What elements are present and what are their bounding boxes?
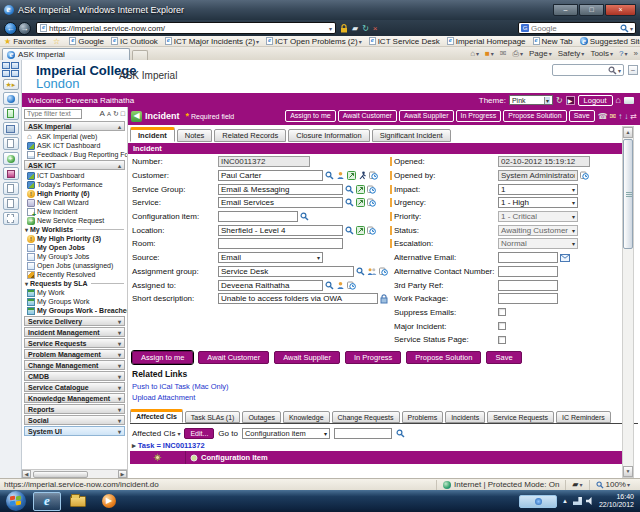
volume-icon[interactable] (586, 497, 594, 505)
mail-icon[interactable] (560, 254, 570, 262)
nav-section-service-catalogue[interactable]: Service Catalogue▾ (24, 382, 125, 392)
layout-grid-icon[interactable] (11, 70, 19, 77)
font-smaller-icon[interactable]: A (107, 111, 111, 117)
scroll-right-icon[interactable]: ▶ (118, 470, 127, 478)
forward-button[interactable]: → (18, 22, 31, 35)
nav-item-open-jobs-unassigned[interactable]: Open Jobs (unassigned) (22, 261, 127, 270)
nav-section-social[interactable]: Social▾ (24, 415, 125, 425)
email-icon[interactable]: ✉ (610, 112, 617, 121)
history-clock-icon[interactable] (367, 185, 376, 194)
layout-single-icon[interactable] (2, 62, 10, 69)
tab-ic-reminders[interactable]: IC Reminders (556, 411, 611, 423)
compatibility-view-icon[interactable]: ▰ (352, 24, 358, 33)
back-button[interactable]: ← (4, 22, 17, 35)
taskbar-ie-button[interactable]: e (33, 492, 61, 511)
stop-icon[interactable]: × (373, 24, 378, 33)
assign-to-me-button[interactable]: Assign to me (285, 110, 335, 122)
scroll-down-icon[interactable]: ▼ (623, 466, 633, 477)
nav-item-my-high-priority[interactable]: !My High Priority (3) (22, 234, 127, 243)
arrow-up-icon[interactable]: ↑ (618, 112, 622, 121)
impact-select[interactable]: 1▾ (498, 184, 578, 195)
safety-menu[interactable]: Safety▾ (558, 49, 585, 58)
minimize-button[interactable]: – (553, 4, 578, 16)
task-breadcrumb-link[interactable]: ▸Task = INC0011372 (132, 441, 205, 450)
favorite-imperial-homepage[interactable]: Imperial Homepage (447, 37, 526, 46)
expand-record-icon[interactable] (356, 198, 365, 207)
lookup-icon[interactable] (325, 171, 334, 180)
location-input[interactable] (218, 225, 343, 236)
person-icon[interactable] (336, 171, 345, 180)
url-input[interactable] (49, 23, 328, 33)
tab-closure-information[interactable]: Closure Information (288, 129, 369, 142)
nav-item-my-work[interactable]: My Work (22, 288, 127, 297)
third-party-ref-input[interactable] (498, 280, 558, 291)
goto-search-input[interactable] (334, 428, 392, 439)
tab-notes[interactable]: Notes (177, 129, 213, 142)
taskbar-media-player-button[interactable]: ▶ (95, 492, 123, 511)
search-box[interactable]: G ▾ (518, 22, 636, 34)
start-button[interactable] (6, 491, 26, 511)
maximize-button[interactable]: □ (579, 4, 604, 16)
tab-related-records[interactable]: Related Records (214, 129, 286, 142)
help-menu[interactable]: ?▾ (619, 49, 627, 58)
nav-section-change-management[interactable]: Change Management▾ (24, 360, 125, 370)
theme-select[interactable]: Pink▾ (509, 95, 553, 105)
add-favorite-button[interactable]: ☆ (53, 37, 62, 46)
alternative-contact-number-input[interactable] (498, 266, 558, 277)
tab-significant-incident[interactable]: Significant Incident (372, 129, 451, 142)
service-group-input[interactable] (218, 184, 343, 195)
create-button[interactable]: + (3, 152, 19, 165)
arrow-down-icon[interactable]: ↓ (624, 112, 628, 121)
refresh-nav-icon[interactable]: ↻ (113, 110, 119, 118)
nav-item-new-service-request[interactable]: +New Service Request (22, 216, 127, 225)
tab-affected-cis[interactable]: Affected CIs (130, 409, 183, 423)
nav-section-reports[interactable]: Reports▾ (24, 404, 125, 414)
save-button[interactable]: Save (486, 351, 521, 364)
history-clock-icon[interactable] (379, 267, 388, 276)
nav-item-feedback-form[interactable]: Feedback / Bug Reporting Form (22, 150, 127, 159)
source-select[interactable]: Email▾ (218, 252, 323, 263)
collapse-header-button[interactable]: – (628, 65, 638, 75)
lookup-icon[interactable] (325, 281, 334, 290)
scrollbar-thumb[interactable] (623, 139, 633, 249)
nav-section-incident-management[interactable]: Incident Management▾ (24, 327, 125, 337)
nav-item-my-groups-work[interactable]: My Groups Work (22, 297, 127, 306)
propose-solution-button[interactable]: Propose Solution (503, 110, 566, 122)
work-package-input[interactable] (498, 293, 558, 304)
history-clock-icon[interactable] (367, 198, 376, 207)
taskbar-clock[interactable]: 16:40 22/10/2012 (599, 493, 634, 509)
nav-item-my-open-jobs[interactable]: My Open Jobs (22, 243, 127, 252)
logout-button[interactable]: Logout (578, 95, 613, 106)
service-input[interactable] (218, 197, 343, 208)
assigned-to-input[interactable] (218, 280, 323, 291)
favorite-ict-open-problems[interactable]: ICT Open Problems (2)▾ (266, 37, 362, 46)
lookup-icon[interactable] (300, 212, 309, 221)
suppress-emails-checkbox[interactable] (498, 308, 506, 316)
nav-section-service-requests[interactable]: Service Requests▾ (24, 338, 125, 348)
nav-item-new-call-wizard[interactable]: New Call Wizard (22, 198, 127, 207)
tab-knowledge[interactable]: Knowledge (283, 411, 330, 423)
network-icon[interactable] (573, 497, 582, 505)
address-field[interactable]: ▾ (36, 22, 336, 34)
refresh-icon[interactable]: ↻ (362, 24, 369, 33)
service-status-page-checkbox[interactable] (498, 336, 506, 344)
tab-problems[interactable]: Problems (402, 411, 444, 423)
major-incident-checkbox[interactable] (498, 322, 506, 330)
nav-item-todays-performance[interactable]: Today's Performance (22, 180, 127, 189)
taskbar-explorer-button[interactable] (64, 492, 92, 511)
edit-button[interactable]: Edit... (184, 428, 214, 439)
alternative-email-input[interactable] (498, 252, 558, 263)
favorite-ict-major-incidents[interactable]: ICT Major Incidents (2)▾ (165, 37, 259, 46)
doc1-button[interactable] (3, 182, 19, 195)
goto-field-select[interactable]: Configuration item▾ (242, 428, 330, 439)
nav-item-my-groups-jobs[interactable]: My Group's Jobs (22, 252, 127, 261)
history-clock-icon[interactable] (580, 171, 589, 180)
add-page-button[interactable] (3, 137, 19, 150)
home-icon[interactable]: ⌂ (616, 95, 621, 105)
nav-item-ask-imperial-web[interactable]: ⌂ASK Imperial (web) (22, 132, 127, 141)
tab-change-requests[interactable]: Change Requests (332, 411, 400, 423)
nav-horizontal-scrollbar[interactable]: ◀ ▶ (22, 469, 127, 478)
frame-scrollbar[interactable]: ▲ ▼ (622, 126, 634, 478)
favorite-new-tab[interactable]: New Tab (533, 37, 573, 46)
tab-incident[interactable]: Incident (130, 127, 175, 142)
